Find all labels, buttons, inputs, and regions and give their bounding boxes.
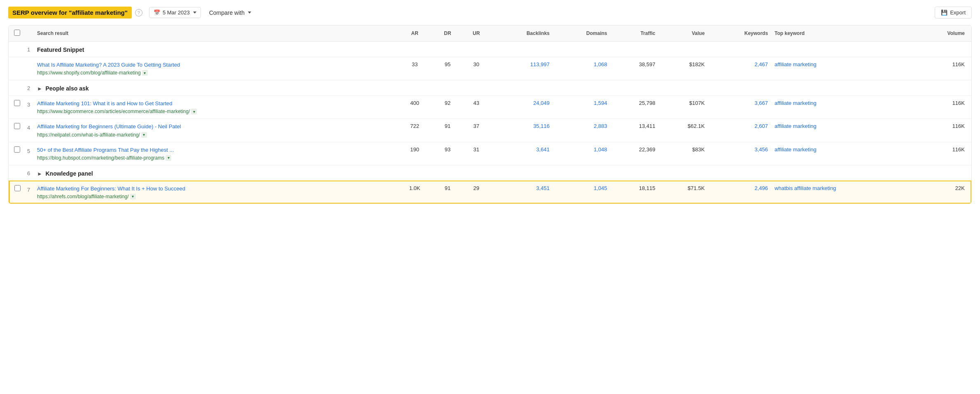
ar-value: 1.0K — [396, 181, 433, 204]
row-checkbox[interactable] — [14, 146, 20, 153]
top-keyword-value: affiliate marketing — [771, 96, 914, 119]
value-cell: $182K — [658, 57, 708, 80]
dr-value: 92 — [433, 96, 462, 119]
result-cell: What Is Affiliate Marketing? A 2023 Guid… — [34, 57, 396, 80]
result-url: https://www.bigcommerce.com/articles/eco… — [37, 109, 393, 114]
row-num: 7 — [24, 181, 34, 204]
backlinks-value: 24,049 — [491, 96, 553, 119]
url-dropdown-icon[interactable] — [191, 109, 197, 114]
result-title-link[interactable]: What Is Affiliate Marketing? A 2023 Guid… — [37, 61, 393, 69]
url-dropdown-icon[interactable] — [141, 132, 147, 138]
result-url: https://neilpatel.com/what-is-affiliate-… — [37, 132, 393, 138]
dr-value: 95 — [433, 57, 462, 80]
table-row: 5 50+ of the Best Affiliate Programs Tha… — [9, 142, 971, 165]
keywords-header: Keywords — [708, 25, 771, 42]
section-header-row: 2 ► People also ask — [9, 80, 971, 96]
result-title-link[interactable]: Affiliate Marketing For Beginners: What … — [37, 185, 393, 192]
ar-header: AR — [396, 25, 433, 42]
export-icon: 💾 — [941, 9, 947, 16]
volume-value: 116K — [914, 57, 971, 80]
row-num: 4 — [24, 119, 34, 142]
compare-button[interactable]: Compare with — [208, 7, 253, 18]
result-title-link[interactable]: Affiliate Marketing for Beginners (Ultim… — [37, 123, 393, 130]
volume-value: 116K — [914, 142, 971, 165]
keywords-value: 3,456 — [708, 142, 771, 165]
volume-value: 116K — [914, 119, 971, 142]
table-row: 4 Affiliate Marketing for Beginners (Ult… — [9, 119, 971, 142]
featured-snippet-header-row: 1 Featured Snippet — [9, 42, 971, 57]
checkbox-cell — [9, 142, 24, 165]
help-icon[interactable]: ? — [135, 9, 142, 16]
row-checkbox[interactable] — [14, 123, 20, 129]
ur-header: UR — [462, 25, 491, 42]
keywords-value: 3,667 — [708, 96, 771, 119]
result-cell: Affiliate Marketing for Beginners (Ultim… — [34, 119, 396, 142]
row-checkbox[interactable] — [14, 185, 21, 191]
ar-value: 400 — [396, 96, 433, 119]
table-row: 3 Affiliate Marketing 101: What it is an… — [9, 96, 971, 119]
traffic-header: Traffic — [611, 25, 659, 42]
dr-value: 93 — [433, 142, 462, 165]
traffic-value: 25,798 — [611, 96, 659, 119]
top-keyword-value: affiliate marketing — [771, 57, 914, 80]
top-keyword-value: affiliate marketing — [771, 119, 914, 142]
domains-value: 2,883 — [553, 119, 611, 142]
dr-value: 91 — [433, 181, 462, 204]
result-cell: Affiliate Marketing For Beginners: What … — [34, 181, 396, 204]
value-cell: $107K — [658, 96, 708, 119]
row-checkbox[interactable] — [14, 100, 20, 106]
result-url: https://www.shopify.com/blog/affiliate-m… — [37, 70, 393, 76]
row-num: 3 — [24, 96, 34, 119]
results-table: Search result AR DR UR Backlinks Domains… — [8, 25, 972, 204]
backlinks-value: 3,451 — [491, 181, 553, 204]
volume-value: 22K — [914, 181, 971, 204]
ur-value: 30 — [462, 57, 491, 80]
volume-value: 116K — [914, 96, 971, 119]
checkbox-cell — [9, 165, 24, 181]
row-num — [24, 57, 34, 80]
row-num: 5 — [24, 142, 34, 165]
domains-header: Domains — [553, 25, 611, 42]
value-header: Value — [658, 25, 708, 42]
section-header-row: 6 ► Knowledge panel — [9, 165, 971, 181]
select-all-checkbox[interactable] — [14, 30, 20, 36]
value-cell: $62.1K — [658, 119, 708, 142]
dr-header: DR — [433, 25, 462, 42]
top-keyword-header: Top keyword — [771, 25, 914, 42]
traffic-value: 38,597 — [611, 57, 659, 80]
backlinks-value: 113,997 — [491, 57, 553, 80]
compare-label: Compare with — [209, 9, 245, 16]
date-chevron-icon — [193, 12, 196, 14]
row-num: 1 — [24, 42, 34, 57]
section-label: Featured Snippet — [34, 42, 971, 57]
volume-header: Volume — [914, 25, 971, 42]
date-picker[interactable]: 📅 5 Mar 2023 — [149, 7, 201, 18]
result-title-link[interactable]: Affiliate Marketing 101: What it is and … — [37, 100, 393, 107]
num-header — [24, 25, 34, 42]
result-cell: Affiliate Marketing 101: What it is and … — [34, 96, 396, 119]
value-cell: $83K — [658, 142, 708, 165]
checkbox-cell — [9, 96, 24, 119]
section-label: ► People also ask — [34, 80, 971, 96]
result-title-link[interactable]: 50+ of the Best Affiliate Programs That … — [37, 146, 393, 154]
export-button[interactable]: 💾 Export — [935, 7, 972, 19]
table-row: 7 Affiliate Marketing For Beginners: Wha… — [9, 181, 971, 204]
traffic-value: 22,369 — [611, 142, 659, 165]
url-dropdown-icon[interactable] — [142, 70, 148, 76]
compare-chevron-icon — [248, 12, 251, 14]
domains-value: 1,048 — [553, 142, 611, 165]
keywords-value: 2,607 — [708, 119, 771, 142]
url-dropdown-icon[interactable] — [130, 194, 136, 199]
table-row: What Is Affiliate Marketing? A 2023 Guid… — [9, 57, 971, 80]
ar-value: 722 — [396, 119, 433, 142]
result-cell: 50+ of the Best Affiliate Programs That … — [34, 142, 396, 165]
ar-value: 190 — [396, 142, 433, 165]
traffic-value: 18,115 — [611, 181, 659, 204]
url-dropdown-icon[interactable] — [166, 155, 171, 161]
checkbox-cell — [9, 42, 24, 57]
dr-value: 91 — [433, 119, 462, 142]
keywords-value: 2,467 — [708, 57, 771, 80]
value-cell: $71.5K — [658, 181, 708, 204]
backlinks-header: Backlinks — [491, 25, 553, 42]
backlinks-value: 35,116 — [491, 119, 553, 142]
